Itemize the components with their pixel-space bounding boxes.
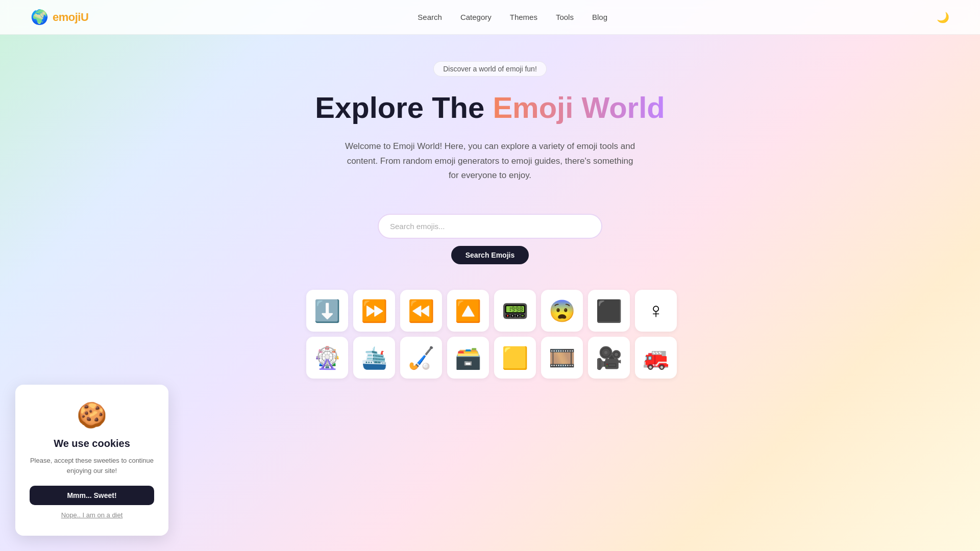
search-input-wrap (378, 214, 602, 239)
nav-tools[interactable]: Tools (556, 13, 574, 21)
emoji-card[interactable]: 🗃️ (447, 337, 489, 379)
emoji-grid: ⬇️ ⏩ ⏪ 🔼 📟 😨 ⬛ ♀️ 🎡 🛳️ 🏑 🗃️ 🟨 🎞️ 🎥 🚒 (296, 290, 684, 379)
cookie-description: Please, accept these sweeties to continu… (30, 456, 154, 475)
hero-description: Welcome to Emoji World! Here, you can ex… (342, 139, 638, 184)
emoji-card[interactable]: 🎡 (306, 337, 348, 379)
cookie-title: We use cookies (30, 438, 154, 449)
cookie-decline-button[interactable]: Nope.. I am on a diet (61, 511, 123, 519)
nav-blog[interactable]: Blog (592, 13, 607, 21)
emoji-card[interactable]: ⬇️ (306, 290, 348, 332)
emoji-card[interactable]: 🛳️ (353, 337, 395, 379)
emoji-card[interactable]: ⏩ (353, 290, 395, 332)
cookie-accept-button[interactable]: Mmm... Sweet! (30, 486, 154, 505)
nav-links: Search Category Themes Tools Blog (418, 13, 607, 21)
search-input[interactable] (390, 222, 590, 231)
emoji-card[interactable]: ⏪ (400, 290, 442, 332)
nav-themes[interactable]: Themes (510, 13, 537, 21)
nav-category[interactable]: Category (460, 13, 492, 21)
emoji-card[interactable]: 🚒 (635, 337, 677, 379)
emoji-card[interactable]: 📟 (494, 290, 536, 332)
hero-badge: Discover a world of emoji fun! (433, 61, 547, 77)
cookie-banner: 🍪 We use cookies Please, accept these sw… (15, 385, 168, 536)
theme-toggle-button[interactable]: 🌙 (937, 11, 949, 23)
hero-title-gradient: Emoji World (493, 91, 665, 124)
logo-emoji: 🌍 (31, 9, 48, 26)
hero-title: Explore The Emoji World (315, 91, 665, 125)
emoji-card[interactable]: ⬛ (588, 290, 630, 332)
logo-text: emojiU (53, 11, 88, 24)
moon-icon: 🌙 (937, 12, 949, 23)
nav-search[interactable]: Search (418, 13, 442, 21)
emoji-card[interactable]: ♀️ (635, 290, 677, 332)
emoji-card[interactable]: 🟨 (494, 337, 536, 379)
logo[interactable]: 🌍 emojiU (31, 9, 88, 26)
emoji-card[interactable]: 🎥 (588, 337, 630, 379)
emoji-card[interactable]: 🏑 (400, 337, 442, 379)
search-container: Search Emojis (378, 214, 602, 264)
emoji-card[interactable]: 🎞️ (541, 337, 583, 379)
search-button[interactable]: Search Emojis (451, 246, 529, 264)
emoji-card[interactable]: 🔼 (447, 290, 489, 332)
navbar: 🌍 emojiU Search Category Themes Tools Bl… (0, 0, 980, 35)
emoji-card[interactable]: 😨 (541, 290, 583, 332)
cookie-icon: 🍪 (30, 401, 154, 430)
emoji-grid-section: ⬇️ ⏩ ⏪ 🔼 📟 😨 ⬛ ♀️ 🎡 🛳️ 🏑 🗃️ 🟨 🎞️ 🎥 🚒 (296, 290, 684, 379)
